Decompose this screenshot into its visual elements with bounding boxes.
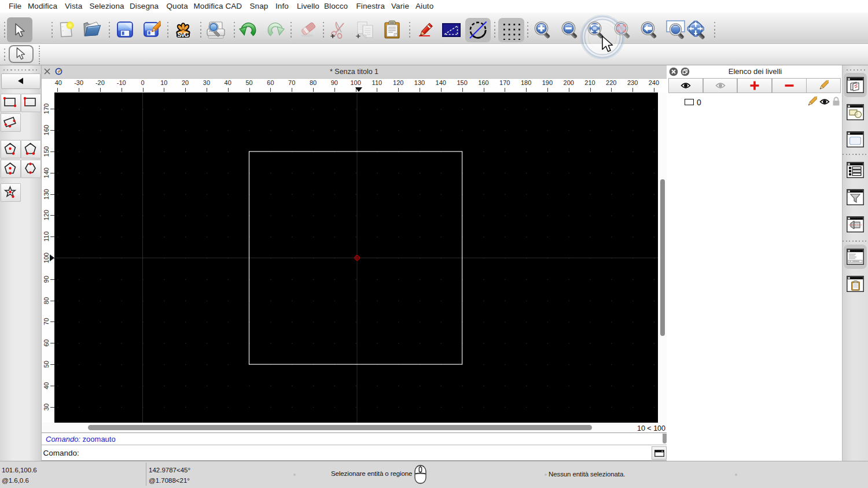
svg-text:SVG: SVG xyxy=(178,31,189,38)
